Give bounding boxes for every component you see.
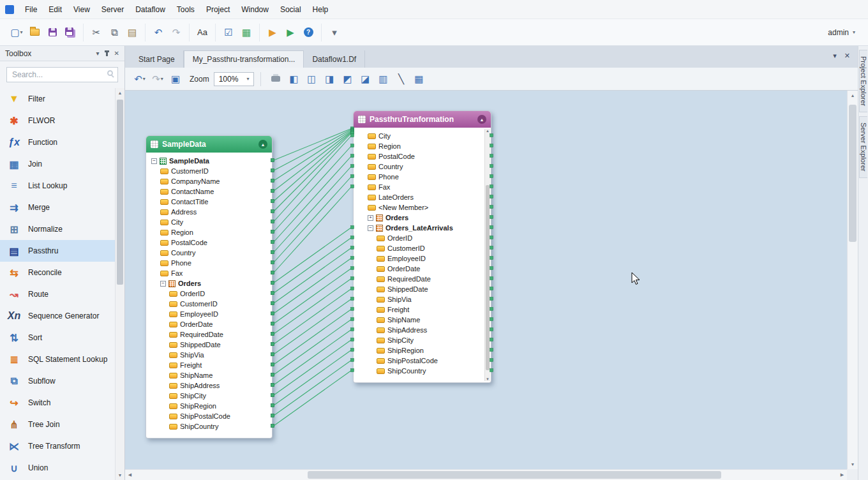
toolbox-item-list-lookup[interactable]: ≡List Lookup xyxy=(0,175,115,197)
tree-row[interactable]: EmployeeID xyxy=(146,309,272,319)
scroll-right-icon[interactable]: ▶ xyxy=(837,470,847,480)
undo-button[interactable]: ↶▾ xyxy=(131,71,148,87)
toolbox-item-sequence-generator[interactable]: XnSequence Generator xyxy=(0,305,115,327)
menu-social[interactable]: Social xyxy=(274,2,307,17)
auto-layout-button[interactable]: ▦ xyxy=(410,71,427,87)
collapse-expander-icon[interactable]: − xyxy=(160,281,166,287)
pin-icon[interactable] xyxy=(106,50,108,56)
help-button[interactable] xyxy=(300,24,317,41)
align-bottom-button[interactable]: ▥ xyxy=(375,71,391,87)
tree-row[interactable]: ShipCountry xyxy=(146,421,272,431)
collapse-badge-icon[interactable]: ▲ xyxy=(477,115,486,124)
node-scrollbar[interactable]: ▲▼ xyxy=(484,129,490,381)
tree-row[interactable]: ShipPostalCode xyxy=(354,356,491,366)
tree-row[interactable]: ShipCity xyxy=(354,335,491,345)
tree-row[interactable]: <New Member> xyxy=(354,202,491,213)
tab-my-passthru-transformation-[interactable]: My_Passthru-transformation... xyxy=(184,50,304,68)
tree-row[interactable]: Address xyxy=(146,207,272,217)
scrollbar-thumb[interactable] xyxy=(308,471,721,479)
preview-button[interactable]: ▦ xyxy=(238,24,255,41)
save-all-button[interactable] xyxy=(62,24,79,41)
tree-row[interactable]: ShippedDate xyxy=(354,284,491,294)
canvas-horizontal-scrollbar[interactable]: ◀ ▶ xyxy=(125,469,847,480)
scroll-left-icon[interactable]: ◀ xyxy=(125,470,135,480)
scroll-down-icon[interactable]: ▼ xyxy=(116,470,124,480)
tree-row[interactable]: ShipVia xyxy=(146,350,272,360)
tree-row[interactable]: ShippedDate xyxy=(146,340,272,350)
tree-row[interactable]: CustomerID xyxy=(146,166,272,176)
menu-view[interactable]: View xyxy=(68,2,96,17)
toolbox-item-flwor[interactable]: ✱FLWOR xyxy=(0,110,115,131)
tree-row[interactable]: ShipRegion xyxy=(146,401,272,411)
scroll-up-icon[interactable]: ▲ xyxy=(485,129,490,133)
node-header[interactable]: PassthruTranformation▲ xyxy=(354,111,491,128)
dataflow-canvas[interactable]: SampleData▲−SampleDataCustomerIDCompanyN… xyxy=(125,91,847,469)
menu-window[interactable]: Window xyxy=(236,2,274,17)
align-center-button[interactable]: ◫ xyxy=(303,71,320,87)
toolbox-item-union[interactable]: ∪Union xyxy=(0,457,115,479)
redo-button[interactable]: ↷▾ xyxy=(149,71,166,87)
open-button[interactable] xyxy=(26,24,43,41)
tree-row[interactable]: ShipName xyxy=(146,370,272,380)
close-tab-icon[interactable]: ✕ xyxy=(844,52,850,60)
toolbox-item-sql-statement-lookup[interactable]: ≣SQL Statement Lookup xyxy=(0,349,115,370)
tree-row[interactable]: Country xyxy=(354,161,491,172)
run-job-button[interactable]: ▶ xyxy=(264,24,281,41)
tab-list-icon[interactable]: ▾ xyxy=(833,52,837,60)
tree-row[interactable]: +Orders xyxy=(354,213,491,223)
tree-row[interactable]: Fax xyxy=(354,182,491,192)
tree-row[interactable]: EmployeeID xyxy=(354,253,491,264)
tree-row[interactable]: LateOrders xyxy=(354,192,491,202)
tree-row[interactable]: CustomerID xyxy=(146,299,272,309)
scroll-down-icon[interactable]: ▼ xyxy=(485,377,490,381)
node-sampledata[interactable]: SampleData▲−SampleDataCustomerIDCompanyN… xyxy=(146,135,273,439)
toolbox-item-function[interactable]: ƒxFunction xyxy=(0,131,115,153)
tree-row[interactable]: Freight xyxy=(146,360,272,370)
tree-row[interactable]: ShipRegion xyxy=(354,345,491,356)
toolbox-search-input[interactable] xyxy=(6,67,118,82)
tree-row[interactable]: ShipName xyxy=(354,315,491,325)
toolbox-item-merge[interactable]: ⇉Merge xyxy=(0,197,115,218)
window-position-icon[interactable]: ▾ xyxy=(96,50,100,57)
align-middle-button[interactable]: ◪ xyxy=(357,71,373,87)
align-right-button[interactable]: ◨ xyxy=(321,71,338,87)
tree-row[interactable]: Phone xyxy=(146,258,272,268)
toolbox-item-route[interactable]: ↝Route xyxy=(0,283,115,305)
toolbox-item-filter[interactable]: ▼Filter xyxy=(0,88,115,110)
toolbox-item-subflow[interactable]: ⧉Subflow xyxy=(0,370,115,392)
start-job-button[interactable]: ▶ xyxy=(282,24,299,41)
scrollbar-thumb[interactable] xyxy=(486,185,490,370)
node-header[interactable]: SampleData▲ xyxy=(146,136,272,153)
menu-tools[interactable]: Tools xyxy=(171,2,200,17)
scrollbar-thumb[interactable] xyxy=(849,105,857,242)
tree-row[interactable]: ContactTitle xyxy=(146,197,272,207)
collapse-badge-icon[interactable]: ▲ xyxy=(258,140,267,149)
toolbox-item-sort[interactable]: ⇅Sort xyxy=(0,327,115,349)
tree-row[interactable]: ShipCountry xyxy=(354,366,491,376)
tree-row[interactable]: ShipCity xyxy=(146,391,272,401)
zoom-select[interactable]: 100% ▾ xyxy=(214,72,255,86)
redo-button[interactable]: ↷ xyxy=(168,24,184,41)
toolbox-scrollbar[interactable]: ▲ ▼ xyxy=(115,88,124,480)
expand-expander-icon[interactable]: + xyxy=(368,215,373,221)
toolbox-item-reconcile[interactable]: ⇆Reconcile xyxy=(0,262,115,283)
tree-row[interactable]: CustomerID xyxy=(354,243,491,253)
toolbox-item-normalize[interactable]: ⊞Normalize xyxy=(0,218,115,240)
tree-row[interactable]: City xyxy=(146,217,272,227)
side-tab-project-explorer[interactable]: Project Explorer xyxy=(859,50,867,112)
connector-line-button[interactable]: ╲ xyxy=(393,71,409,87)
tab-start-page[interactable]: Start Page xyxy=(130,50,184,68)
tree-row[interactable]: City xyxy=(354,131,491,141)
tree-row[interactable]: Fax xyxy=(146,268,272,278)
tree-row[interactable]: PostalCode xyxy=(354,151,491,161)
new-dataflow-button[interactable]: ▢▾ xyxy=(8,24,25,41)
toolbar-overflow-button[interactable]: ▾ xyxy=(326,24,343,41)
font-button[interactable]: Aa xyxy=(194,24,211,41)
cut-button[interactable]: ✂ xyxy=(88,24,105,41)
undo-button[interactable]: ↶ xyxy=(150,24,167,41)
tree-row[interactable]: Region xyxy=(146,227,272,237)
tree-row[interactable]: OrderID xyxy=(354,233,491,243)
tree-row[interactable]: Region xyxy=(354,141,491,151)
tree-row[interactable]: ShipAddress xyxy=(354,325,491,335)
tree-row[interactable]: ShipVia xyxy=(354,294,491,304)
